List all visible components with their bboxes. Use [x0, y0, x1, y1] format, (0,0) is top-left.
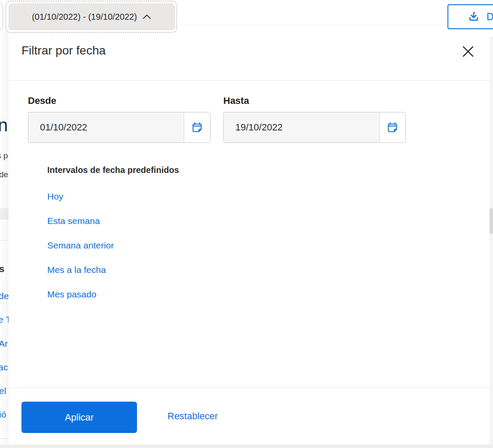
background-link-fragment: de	[0, 291, 9, 301]
from-date-field	[28, 112, 210, 143]
scrollbar-track[interactable]	[490, 36, 493, 445]
date-range-button[interactable]: (01/10/2022) - (19/10/2022)	[9, 3, 175, 30]
close-icon	[460, 43, 477, 60]
background-gray-band	[0, 208, 9, 220]
background-divider	[0, 439, 9, 439]
download-icon	[467, 10, 480, 23]
reset-link[interactable]: Restablecer	[167, 411, 218, 422]
background-link-fragment: Ar	[0, 339, 8, 349]
close-button[interactable]	[458, 41, 478, 62]
preset-link-last-week[interactable]: Semana anterior	[47, 240, 114, 251]
to-date-calendar-button[interactable]	[379, 112, 405, 142]
background-link-fragment: e T	[0, 315, 9, 325]
background-text-fragment: s	[0, 263, 4, 275]
background-divider	[0, 240, 9, 241]
from-date-input[interactable]	[28, 112, 184, 142]
modal-title: Filtrar por fecha	[21, 44, 106, 58]
preset-link-this-week[interactable]: Esta semana	[47, 216, 100, 226]
presets-heading: Intervalos de fecha predefinidos	[47, 165, 179, 175]
background-text-fragment: s p	[0, 151, 8, 160]
background-link-fragment: ac	[0, 362, 8, 372]
preset-link-last-month[interactable]: Mes pasado	[47, 289, 96, 300]
calendar-icon	[386, 121, 399, 134]
chevron-up-icon	[142, 14, 152, 20]
preset-link-today[interactable]: Hoy	[47, 191, 63, 202]
scrollbar-thumb[interactable]	[490, 208, 493, 234]
calendar-icon	[191, 121, 204, 134]
from-date-calendar-button[interactable]	[184, 112, 210, 142]
bottom-page-strip	[0, 445, 493, 448]
background-link-fragment: el	[0, 386, 6, 396]
to-date-field	[223, 112, 406, 143]
from-date-label: Desde	[28, 95, 56, 106]
header-divider	[9, 80, 490, 81]
background-text-fragment: n	[0, 115, 8, 136]
background-text-fragment: de	[0, 170, 8, 179]
preset-link-month-to-date[interactable]: Mes a la fecha	[47, 265, 106, 275]
background-link-fragment: ió	[0, 409, 6, 420]
to-date-label: Hasta	[223, 95, 249, 106]
background-page-sliver: n s p de s de e T Ar ac el ió	[0, 0, 9, 448]
filter-by-date-modal: Filtrar por fecha Desde	[9, 27, 490, 445]
apply-button[interactable]: Aplicar	[21, 402, 137, 433]
download-label: D	[487, 11, 493, 23]
background-partial-button	[0, 3, 3, 30]
footer-divider	[9, 387, 490, 388]
to-date-input[interactable]	[224, 112, 379, 142]
download-button[interactable]: D	[447, 4, 493, 29]
date-range-label: (01/10/2022) - (19/10/2022)	[32, 12, 137, 22]
screen: n s p de s de e T Ar ac el ió Filtrar po…	[0, 0, 493, 448]
